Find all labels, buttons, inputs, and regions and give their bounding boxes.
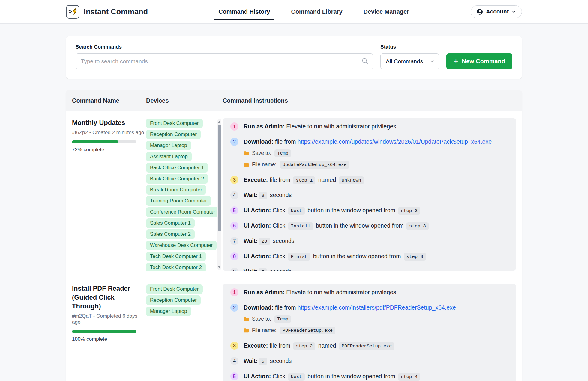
device-tag: Tech Desk Computer 1: [146, 252, 206, 261]
code-chip: step 3: [404, 253, 426, 261]
code-chip: 5: [259, 358, 267, 365]
step-action-label: Download:: [244, 138, 274, 145]
instructions-cell: 1Run as Admin: Elevate to run with admin…: [223, 284, 516, 381]
device-tag: Break Room Computer: [146, 185, 206, 195]
devices-cell: Front Desk ComputerReception ComputerMan…: [146, 284, 223, 318]
instruction-step: 3Execute: file from step 2 named PDFRead…: [230, 341, 508, 350]
progress-fill: [72, 330, 136, 333]
device-tag: Back Office Computer 1: [146, 163, 208, 172]
step-number-badge: 5: [230, 206, 238, 214]
code-chip: Next: [288, 373, 304, 381]
progress-bar: [72, 330, 136, 333]
device-tag: Training Room Computer: [146, 196, 211, 206]
status-select-value: All Commands: [386, 58, 423, 65]
nav-tab-command-history[interactable]: Command History: [218, 7, 271, 17]
column-header-command-name: Command Name: [72, 97, 146, 104]
step-text: Download: file from https://example.com/…: [244, 303, 456, 335]
app-title: Instant Command: [84, 8, 148, 16]
device-tag: Tech Desk Computer 2: [146, 263, 206, 271]
device-tag: Reception Computer: [146, 130, 201, 139]
step-line: Download: file from https://example.com/…: [244, 303, 456, 312]
step-text: Wait:5 seconds: [244, 357, 292, 365]
instruction-step: 4Wait:5 seconds: [230, 357, 508, 365]
instructions-panel: 1Run as Admin: Elevate to run with admin…: [223, 284, 516, 381]
command-meta: #t6Zp2 • Created 2 minutes ago: [72, 130, 146, 136]
step-text: Wait:5 seconds: [244, 267, 292, 271]
step-number-badge: 2: [230, 304, 238, 312]
command-meta: #m2QaT • Completed 6 days ago: [72, 313, 146, 325]
step-text: Execute: file from step 1 named Unknown: [244, 176, 365, 184]
step-text: UI Action: Click Next button in the wind…: [244, 206, 422, 215]
step-sub-detail: Save to:Temp: [244, 149, 492, 158]
instruction-step: 5UI Action: Click Next button in the win…: [230, 372, 508, 381]
step-line: UI Action: Click Finish button in the wi…: [244, 252, 427, 261]
code-chip: Temp: [274, 315, 291, 323]
command-name: Install PDF Reader (Guided Click-Through…: [72, 284, 146, 311]
download-url-link[interactable]: https://example.com/updates/windows/2026…: [298, 138, 492, 145]
instruction-step: 4Wait:8 seconds: [230, 191, 508, 200]
step-text: UI Action: Click Install button in the w…: [244, 221, 430, 230]
code-chip: step 3: [406, 222, 429, 230]
instructions-panel: 1Run as Admin: Elevate to run with admin…: [223, 118, 516, 271]
devices-scrollbar[interactable]: [218, 119, 221, 270]
chevron-down-icon: [512, 9, 516, 14]
step-line: Run as Admin: Elevate to run with admini…: [244, 122, 398, 131]
new-command-button[interactable]: + New Command: [446, 53, 512, 69]
step-action-label: UI Action:: [244, 373, 271, 380]
folder-icon: [244, 317, 249, 322]
scrollbar-thumb[interactable]: [218, 125, 221, 231]
step-action-label: Run as Admin:: [244, 123, 285, 130]
devices-list: Front Desk ComputerReception ComputerMan…: [146, 284, 223, 316]
step-text: Execute: file from step 2 named PDFReade…: [244, 341, 396, 350]
step-action-label: Execute:: [244, 176, 268, 183]
sub-detail-label: Save to:: [252, 149, 271, 158]
devices-cell: Front Desk ComputerReception ComputerMan…: [146, 118, 223, 271]
step-line: UI Action: Click Install button in the w…: [244, 221, 430, 230]
device-tag: Manager Laptop: [146, 141, 191, 150]
step-number-badge: 8: [230, 252, 238, 260]
step-text: UI Action: Click Next button in the wind…: [244, 372, 422, 381]
account-menu-button[interactable]: Account: [471, 5, 522, 18]
step-action-label: Wait:: [244, 238, 258, 244]
search-icon: [362, 58, 369, 65]
step-number-badge: 3: [230, 176, 238, 184]
page-content: Search Commands Status All Commands + Ne…: [66, 24, 522, 381]
step-text: Wait:20 seconds: [244, 237, 295, 245]
scrollbar-up-arrow[interactable]: [218, 121, 220, 123]
step-text: Run as Admin: Elevate to run with admini…: [244, 122, 398, 131]
download-url-link[interactable]: https://example.com/installers/pdf/PDFRe…: [298, 304, 456, 311]
folder-icon: [244, 151, 249, 156]
device-tag: Back Office Computer 2: [146, 174, 208, 184]
step-action-label: Run as Admin:: [244, 289, 285, 296]
instruction-step: 5UI Action: Click Next button in the win…: [230, 206, 508, 215]
code-chip: PDFReaderSetup.exe: [339, 342, 394, 350]
instruction-step: 2Download: file from https://example.com…: [230, 303, 508, 335]
device-tag: Sales Computer 1: [146, 218, 195, 228]
code-chip: step 4: [398, 373, 420, 381]
instruction-step: 7Wait:20 seconds: [230, 237, 508, 245]
step-action-label: Wait:: [244, 268, 258, 271]
nav-tab-device-manager[interactable]: Device Manager: [363, 7, 410, 17]
step-number-badge: 1: [230, 122, 238, 130]
code-chip: step 3: [398, 207, 420, 215]
device-tag: Warehouse Desk Computer: [146, 241, 217, 250]
nav-tab-command-library[interactable]: Command Library: [290, 7, 343, 17]
step-number-badge: 4: [230, 357, 238, 365]
search-input[interactable]: [76, 53, 373, 69]
status-select[interactable]: All Commands: [380, 53, 439, 69]
step-text: UI Action: Click Finish button in the wi…: [244, 252, 427, 261]
devices-list: Front Desk ComputerReception ComputerMan…: [146, 118, 223, 271]
step-number-badge: 5: [230, 372, 238, 380]
step-action-label: UI Action:: [244, 253, 271, 260]
code-chip: PDFReaderSetup.exe: [280, 327, 335, 334]
device-tag: Manager Laptop: [146, 307, 191, 316]
step-line: UI Action: Click Next button in the wind…: [244, 206, 422, 215]
sub-detail-label: Save to:: [252, 315, 271, 323]
column-header-command-instructions: Command Instructions: [223, 97, 516, 104]
app-logo: >: [66, 5, 80, 19]
step-number-badge: 7: [230, 237, 238, 245]
step-number-badge: 9: [230, 268, 238, 271]
scrollbar-down-arrow[interactable]: [218, 266, 220, 268]
command-name-cell: Monthly Updates#t6Zp2 • Created 2 minute…: [72, 118, 146, 153]
step-line: Wait:5 seconds: [244, 357, 292, 365]
